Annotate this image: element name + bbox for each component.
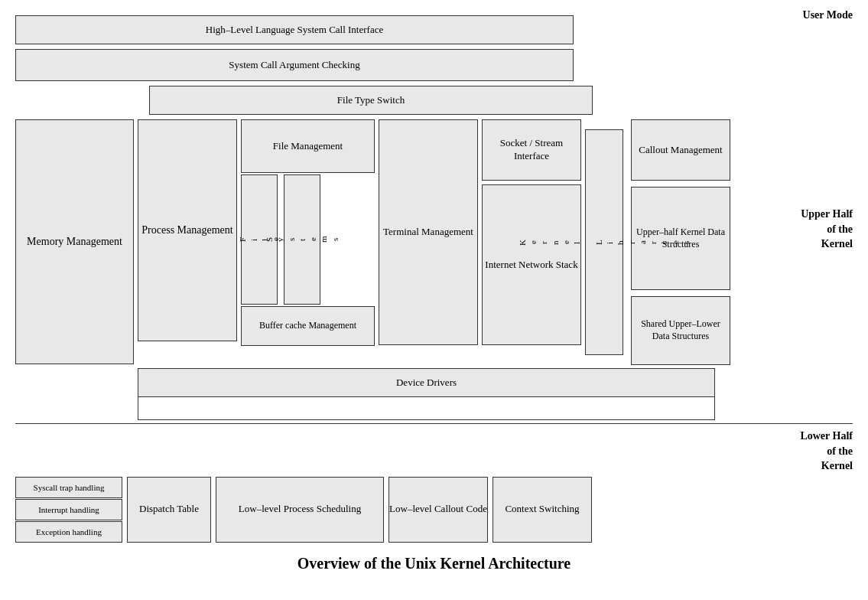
syscall-group: Syscall trap handling Interrupt handling…	[15, 477, 122, 543]
user-mode-label: User Mode	[803, 9, 853, 21]
internet-network-box: Internet Network Stack	[482, 184, 581, 345]
low-level-callout-box: Low–level Callout Code	[388, 477, 488, 543]
socket-stream-box: Socket / Stream Interface	[482, 119, 581, 181]
terminal-mgmt-box: Terminal Management	[379, 119, 478, 345]
high-level-box: High–Level Language System Call Interfac…	[15, 15, 574, 44]
diagram-title: Overview of the Unix Kernel Architecture	[15, 555, 853, 572]
syscall-arg-box: System Call Argument Checking	[15, 49, 574, 81]
low-level-sched-box: Low–level Process Scheduling	[216, 477, 384, 543]
syscall-trap-box: Syscall trap handling	[15, 477, 122, 498]
callout-mgmt-box: Callout Management	[631, 119, 730, 181]
kernel-libs-box: K e r n e l L i b r a r i e s	[585, 129, 623, 355]
file-mgmt-box: File Management	[241, 119, 375, 173]
device-drivers-box: Device Drivers	[138, 368, 715, 397]
process-mgmt-box: Process Management	[138, 119, 237, 341]
empty-continuation	[138, 397, 715, 420]
systems-col-box: S y s t e m s	[284, 174, 320, 305]
buffer-cache-box: Buffer cache Management	[241, 306, 375, 346]
shared-upper-lower-box: Shared Upper–Lower Data Structures	[631, 296, 730, 365]
exception-box: Exception handling	[15, 521, 122, 543]
interrupt-box: Interrupt handling	[15, 499, 122, 520]
context-switching-box: Context Switching	[493, 477, 592, 543]
divider	[15, 423, 853, 424]
file-type-switch-box: File Type Switch	[149, 86, 593, 115]
dispatch-table-box: Dispatch Table	[127, 477, 211, 543]
memory-mgmt-box: Memory Management	[15, 119, 134, 364]
lower-half-label: Lower Half of the Kernel	[800, 429, 853, 474]
